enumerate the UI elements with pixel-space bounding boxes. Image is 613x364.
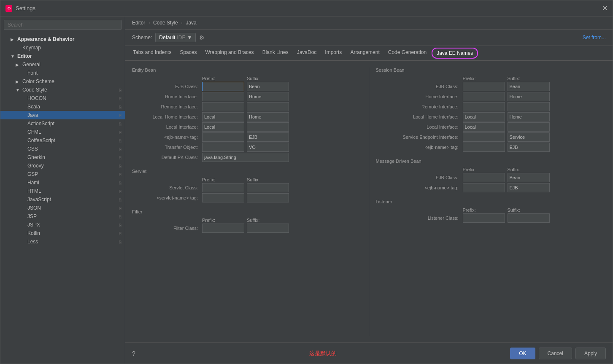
entity-local-interface-suffix[interactable]: [247, 122, 289, 132]
session-local-home-prefix[interactable]: [463, 112, 505, 121]
entity-local-interface-prefix[interactable]: [202, 122, 244, 132]
entity-ejb-class-suffix[interactable]: [247, 82, 289, 91]
sidebar-item-scala[interactable]: Scala ⎘: [0, 102, 125, 111]
mdb-ejb-name-prefix[interactable]: [463, 183, 505, 192]
mdb-ejb-class-prefix[interactable]: [463, 173, 505, 182]
mdb-ejb-class-label: EJB Class:: [376, 175, 460, 180]
sidebar-item-gsp[interactable]: GSP ⎘: [0, 170, 125, 178]
sidebar-item-gherkin[interactable]: Gherkin ⎘: [0, 153, 125, 162]
entity-home-interface-prefix[interactable]: [202, 92, 244, 101]
entity-local-home-prefix[interactable]: [202, 112, 244, 121]
sidebar-item-editor[interactable]: ▼ Editor: [0, 52, 125, 60]
entity-transfer-object-prefix[interactable]: [202, 143, 244, 152]
sidebar-item-hocon[interactable]: HOCON ⎘: [0, 94, 125, 102]
session-ejb-class-prefix[interactable]: [463, 82, 505, 91]
entity-ejb-class-prefix[interactable]: [202, 82, 244, 91]
sidebar-item-cfml[interactable]: CFML ⎘: [0, 128, 125, 136]
filter-class-prefix[interactable]: [202, 224, 244, 233]
set-from-link[interactable]: Set from...: [583, 35, 606, 40]
settings-tree: ▶ Appearance & Behavior Keymap ▼ Editor …: [0, 33, 125, 364]
copy-icon: ⎘: [119, 214, 122, 219]
default-pk-class-label: Default PK Class:: [132, 155, 200, 160]
sidebar-label-coffeescript: CoffeeScript: [27, 138, 117, 143]
sidebar-item-groovy[interactable]: Groovy ⎘: [0, 162, 125, 170]
tab-wrapping[interactable]: Wrapping and Braces: [201, 46, 258, 60]
entity-ejb-name-suffix[interactable]: [247, 132, 289, 142]
entity-ejb-name-prefix[interactable]: [202, 132, 244, 142]
scheme-dropdown-button[interactable]: Default IDE ▼: [155, 33, 196, 42]
sidebar-item-appearance[interactable]: ▶ Appearance & Behavior: [0, 35, 125, 43]
sidebar-item-jspx[interactable]: JSPX ⎘: [0, 221, 125, 229]
copy-icon: ⎘: [119, 206, 122, 210]
tab-arrangement[interactable]: Arrangement: [346, 46, 383, 60]
tab-tabs-indents[interactable]: Tabs and Indents: [129, 46, 176, 60]
filter-prefix-header: Prefix:: [202, 218, 244, 223]
sidebar-item-html[interactable]: HTML ⎘: [0, 187, 125, 195]
session-home-interface-suffix[interactable]: [508, 92, 550, 101]
tab-spaces[interactable]: Spaces: [176, 46, 201, 60]
close-button[interactable]: ✕: [602, 4, 608, 12]
session-home-interface-prefix[interactable]: [463, 92, 505, 101]
listener-class-suffix[interactable]: [508, 213, 550, 223]
session-service-endpoint-prefix[interactable]: [463, 132, 505, 142]
listener-class-prefix[interactable]: [463, 213, 505, 223]
filter-class-suffix[interactable]: [247, 224, 289, 233]
apply-button[interactable]: Apply: [575, 348, 606, 359]
listener-class-label: Listener Class:: [376, 216, 460, 221]
entity-default-pk-class[interactable]: [202, 153, 289, 162]
sidebar-item-code-style[interactable]: ▼ Code Style ⎘: [0, 86, 125, 94]
servlet-name-suffix[interactable]: [247, 193, 289, 202]
copy-icon: ⎘: [119, 96, 122, 101]
entity-remote-interface-suffix[interactable]: [247, 102, 289, 111]
sidebar-label-html: HTML: [27, 188, 117, 194]
session-local-interface-prefix[interactable]: [463, 122, 505, 132]
sidebar-item-actionscript[interactable]: ActionScript ⎘: [0, 119, 125, 128]
ok-button[interactable]: OK: [510, 348, 535, 359]
status-text: 这是默认的: [135, 350, 510, 357]
session-ejb-name-prefix[interactable]: [463, 143, 505, 152]
servlet-class-prefix[interactable]: [202, 183, 244, 192]
sidebar-item-java[interactable]: Java ⎘: [0, 111, 125, 119]
sidebar-item-kotlin[interactable]: Kotlin ⎘: [0, 229, 125, 237]
tab-blank-lines[interactable]: Blank Lines: [258, 46, 293, 60]
sidebar-item-json[interactable]: JSON ⎘: [0, 204, 125, 212]
tab-java-ee-names[interactable]: Java EE Names: [432, 48, 478, 59]
session-remote-interface-suffix[interactable]: [508, 102, 550, 111]
help-icon[interactable]: ?: [132, 350, 135, 357]
message-driven-bean-title: Message Driven Bean: [376, 159, 606, 164]
sidebar: ▶ Appearance & Behavior Keymap ▼ Editor …: [0, 16, 125, 364]
sidebar-item-color-scheme[interactable]: ▶ Color Scheme: [0, 77, 125, 86]
tab-code-generation[interactable]: Code Generation: [384, 46, 431, 60]
mdb-ejb-name-suffix[interactable]: [508, 183, 550, 192]
session-local-interface-suffix[interactable]: [508, 122, 550, 132]
tab-imports[interactable]: Imports: [321, 46, 346, 60]
sidebar-label-cfml: CFML: [27, 129, 117, 135]
sidebar-item-keymap[interactable]: Keymap: [0, 43, 125, 52]
session-local-home-suffix[interactable]: [508, 112, 550, 121]
sidebar-label-hocon: HOCON: [27, 95, 117, 101]
entity-home-interface-suffix[interactable]: [247, 92, 289, 101]
gear-icon[interactable]: ⚙: [199, 34, 205, 41]
sidebar-item-general[interactable]: ▶ General: [0, 60, 125, 69]
sidebar-item-css[interactable]: CSS ⎘: [0, 145, 125, 153]
sidebar-item-javascript[interactable]: JavaScript ⎘: [0, 195, 125, 204]
servlet-class-suffix[interactable]: [247, 183, 289, 192]
sidebar-item-coffeescript[interactable]: CoffeeScript ⎘: [0, 136, 125, 145]
sidebar-item-font[interactable]: Font: [0, 69, 125, 77]
session-remote-interface-prefix[interactable]: [463, 102, 505, 111]
sidebar-item-haml[interactable]: Haml ⎘: [0, 178, 125, 187]
session-ejb-name-suffix[interactable]: [508, 143, 550, 152]
cancel-button[interactable]: Cancel: [539, 348, 572, 359]
mdb-ejb-class-suffix[interactable]: [508, 173, 550, 182]
tab-javadoc[interactable]: JavaDoc: [293, 46, 321, 60]
entity-local-home-suffix[interactable]: [247, 112, 289, 121]
session-ejb-class-suffix[interactable]: [508, 82, 550, 91]
session-service-endpoint-suffix[interactable]: [508, 132, 550, 142]
arrow-icon: ▶: [16, 62, 21, 67]
search-input[interactable]: [4, 20, 122, 30]
entity-transfer-object-suffix[interactable]: [247, 143, 289, 152]
sidebar-item-jsp[interactable]: JSP ⎘: [0, 212, 125, 221]
sidebar-item-less[interactable]: Less ⎘: [0, 237, 125, 246]
entity-remote-interface-prefix[interactable]: [202, 102, 244, 111]
servlet-name-prefix[interactable]: [202, 193, 244, 202]
